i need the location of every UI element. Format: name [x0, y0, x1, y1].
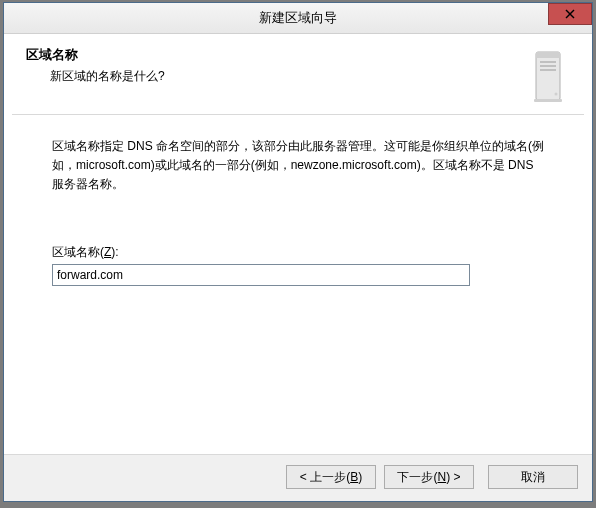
wizard-window: 新建区域向导 区域名称 新区域的名称是什么?: [3, 2, 593, 502]
cancel-button[interactable]: 取消: [488, 465, 578, 489]
svg-rect-8: [534, 99, 562, 102]
svg-rect-4: [540, 61, 556, 63]
titlebar: 新建区域向导: [4, 3, 592, 34]
zone-name-field: 区域名称(Z):: [52, 243, 544, 286]
wizard-content: 区域名称指定 DNS 命名空间的部分，该部分由此服务器管理。这可能是你组织单位的…: [4, 115, 592, 296]
wizard-footer: < 上一步(B) 下一步(N) > 取消: [4, 454, 592, 501]
close-icon: [565, 7, 575, 22]
description-text: 区域名称指定 DNS 命名空间的部分，该部分由此服务器管理。这可能是你组织单位的…: [52, 137, 544, 195]
next-button[interactable]: 下一步(N) >: [384, 465, 474, 489]
header-subtitle: 新区域的名称是什么?: [50, 68, 570, 85]
header-title: 区域名称: [26, 46, 570, 64]
svg-rect-6: [540, 69, 556, 71]
back-button[interactable]: < 上一步(B): [286, 465, 376, 489]
svg-point-7: [555, 93, 558, 96]
close-button[interactable]: [548, 3, 592, 25]
zone-name-label: 区域名称(Z):: [52, 243, 544, 262]
server-icon: [530, 48, 570, 104]
wizard-header: 区域名称 新区域的名称是什么?: [4, 34, 592, 114]
svg-rect-5: [540, 65, 556, 67]
titlebar-text: 新建区域向导: [259, 9, 337, 27]
zone-name-input[interactable]: [52, 264, 470, 286]
svg-rect-3: [536, 52, 560, 58]
